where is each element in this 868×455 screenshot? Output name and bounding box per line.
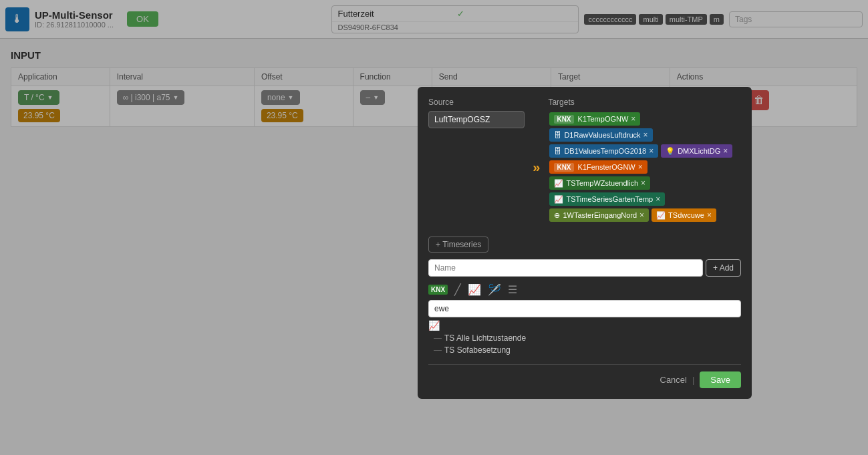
- popup-targets-col: Targets KNX K1TempOGNW × 🗄 D1RawValuesLu…: [548, 98, 741, 138]
- popup: Source » Targets KNX K1TempOGNW × 🗄 D1Ra…: [418, 87, 752, 138]
- remove-target-2[interactable]: ×: [643, 130, 648, 138]
- db-icon-1: 🗄: [554, 131, 561, 138]
- remove-target-1[interactable]: ×: [631, 114, 635, 124]
- targets-label: Targets: [548, 98, 741, 107]
- popup-header: Source » Targets KNX K1TempOGNW × 🗄 D1Ra…: [428, 98, 741, 138]
- targets-list: KNX K1TempOGNW × 🗄 D1RawValuesLuftdruck …: [548, 111, 741, 138]
- source-input[interactable]: [428, 111, 525, 128]
- popup-source-col: Source: [428, 98, 525, 138]
- source-label: Source: [428, 98, 525, 107]
- arrow-icon: »: [533, 98, 540, 138]
- target-tag-2: 🗄 D1RawValuesLuftdruck ×: [549, 128, 652, 138]
- target-tag-1: KNX K1TempOGNW ×: [549, 112, 640, 126]
